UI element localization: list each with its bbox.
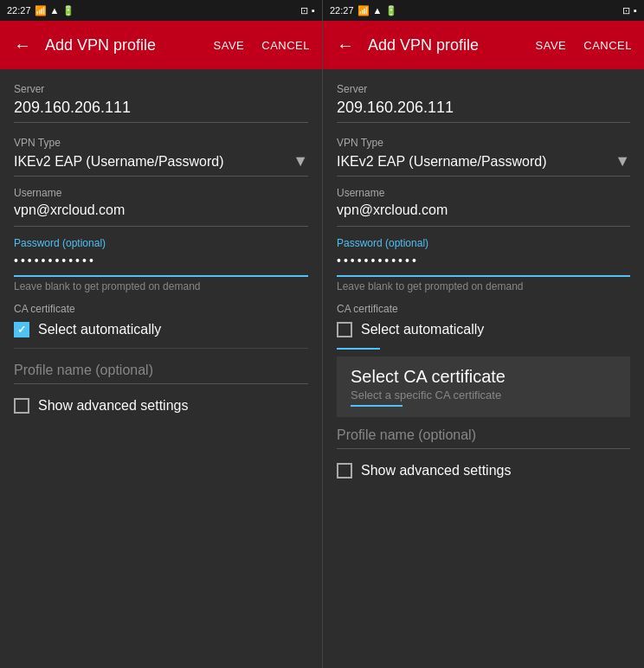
top-bar-right: ← Add VPN profile SAVE CANCEL [323, 21, 644, 69]
ca-cert-field-right: CA certificate Select automatically Sele… [337, 303, 630, 417]
page-title-left: Add VPN profile [45, 36, 202, 55]
password-dots-left: •••••••••••• [14, 254, 96, 267]
save-button-right[interactable]: SAVE [531, 34, 572, 57]
vpn-type-label-right: VPN Type [337, 137, 630, 149]
password-hint-left: Leave blank to get prompted on demand [14, 280, 308, 292]
ca-auto-label-left: Select automatically [38, 322, 161, 337]
wifi-icon-right: ▲ [373, 5, 383, 16]
password-field-left: Password (optional) •••••••••••• Leave b… [14, 237, 308, 292]
server-value-left[interactable]: 209.160.206.111 [14, 99, 308, 123]
ca-auto-row-left[interactable]: Select automatically [14, 322, 308, 337]
ca-auto-label-right: Select automatically [361, 322, 484, 337]
ca-select-title: Select CA certificate [351, 367, 616, 387]
status-bar-left: 22:27 📶 ▲ 🔋 ⊡ ▪ [0, 0, 322, 21]
ca-auto-checkbox-right[interactable] [337, 322, 352, 337]
status-right-right: ⊡ ▪ [622, 5, 637, 16]
advanced-row-right[interactable]: Show advanced settings [337, 463, 630, 479]
battery2-icon-left: ▪ [312, 5, 315, 16]
notif-icon-left: ⊡ [300, 5, 308, 16]
top-bar-left: ← Add VPN profile SAVE CANCEL [0, 21, 322, 69]
ca-auto-checkbox-left[interactable] [14, 322, 29, 337]
form-right: Server 209.160.206.111 VPN Type IKEv2 EA… [323, 69, 644, 668]
cancel-button-right[interactable]: CANCEL [578, 34, 637, 57]
password-label-right: Password (optional) [337, 237, 630, 249]
status-right-left: ⊡ ▪ [300, 5, 315, 16]
advanced-label-left: Show advanced settings [38, 398, 188, 414]
signal-icon-left: 📶 [35, 5, 47, 16]
panel-left: 22:27 📶 ▲ 🔋 ⊡ ▪ ← Add VPN profile SAVE C… [0, 0, 322, 668]
advanced-row-left[interactable]: Show advanced settings [14, 398, 308, 414]
ca-select-sub: Select a specific CA certificate [351, 389, 616, 401]
vpn-type-field-right: VPN Type IKEv2 EAP (Username/Password) ▼ [337, 137, 630, 177]
server-field-left: Server 209.160.206.111 [14, 83, 308, 123]
panel-right: 22:27 📶 ▲ 🔋 ⊡ ▪ ← Add VPN profile SAVE C… [322, 0, 644, 668]
vpn-type-select-right[interactable]: IKEv2 EAP (Username/Password) ▼ [337, 152, 630, 177]
vpn-type-label-left: VPN Type [14, 137, 308, 149]
password-label-left: Password (optional) [14, 237, 308, 249]
divider-left [14, 348, 308, 349]
server-label-right: Server [337, 83, 630, 95]
status-time-left: 22:27 📶 ▲ 🔋 [7, 5, 74, 16]
ca-auto-row-right[interactable]: Select automatically [337, 322, 630, 337]
time-right: 22:27 [330, 5, 354, 16]
password-dots-right: •••••••••••• [337, 254, 419, 267]
server-field-right: Server 209.160.206.111 [337, 83, 630, 123]
profile-input-left[interactable]: Profile name (optional) [14, 363, 308, 384]
dropdown-icon-left: ▼ [293, 152, 308, 170]
ca-underline-right [337, 348, 380, 350]
back-button-right[interactable]: ← [330, 32, 361, 59]
dropdown-icon-right: ▼ [615, 152, 630, 170]
vpn-type-field-left: VPN Type IKEv2 EAP (Username/Password) ▼ [14, 137, 308, 177]
server-label-left: Server [14, 83, 308, 95]
status-bar-right: 22:27 📶 ▲ 🔋 ⊡ ▪ [323, 0, 644, 21]
password-input-left[interactable]: •••••••••••• [14, 253, 308, 277]
password-hint-right: Leave blank to get prompted on demand [337, 280, 630, 292]
ca-select-popup[interactable]: Select CA certificate Select a specific … [337, 356, 630, 417]
password-field-right: Password (optional) •••••••••••• Leave b… [337, 237, 630, 292]
username-field-right: Username vpn@xrcloud.com [337, 187, 630, 227]
cancel-button-left[interactable]: CANCEL [256, 34, 315, 57]
wifi-icon-left: ▲ [50, 5, 60, 16]
signal-icon-right: 📶 [357, 5, 370, 16]
status-time-right: 22:27 📶 ▲ 🔋 [330, 5, 397, 16]
username-input-left[interactable]: vpn@xrcloud.com [14, 202, 308, 227]
advanced-checkbox-right[interactable] [337, 463, 352, 479]
vpn-type-select-left[interactable]: IKEv2 EAP (Username/Password) ▼ [14, 152, 308, 177]
profile-input-right[interactable]: Profile name (optional) [337, 427, 630, 449]
username-label-right: Username [337, 187, 630, 199]
notif-icon-right: ⊡ [622, 5, 630, 16]
time-left: 22:27 [7, 5, 31, 16]
back-button-left[interactable]: ← [7, 32, 38, 59]
vpn-type-value-right: IKEv2 EAP (Username/Password) [337, 154, 546, 170]
battery2-icon-right: ▪ [634, 5, 637, 16]
advanced-label-right: Show advanced settings [361, 463, 511, 479]
advanced-checkbox-left[interactable] [14, 398, 29, 414]
battery-icon-right: 🔋 [385, 5, 397, 16]
username-input-right[interactable]: vpn@xrcloud.com [337, 202, 630, 227]
save-button-left[interactable]: SAVE [209, 34, 250, 57]
server-value-right[interactable]: 209.160.206.111 [337, 99, 630, 123]
ca-cert-field-left: CA certificate Select automatically [14, 303, 308, 337]
username-label-left: Username [14, 187, 308, 199]
form-left: Server 209.160.206.111 VPN Type IKEv2 EA… [0, 69, 322, 668]
username-field-left: Username vpn@xrcloud.com [14, 187, 308, 227]
vpn-type-value-left: IKEv2 EAP (Username/Password) [14, 154, 223, 170]
ca-label-right: CA certificate [337, 303, 630, 315]
ca-label-left: CA certificate [14, 303, 308, 315]
ca-select-underline [351, 405, 402, 407]
page-title-right: Add VPN profile [368, 36, 524, 55]
battery-icon-left: 🔋 [62, 5, 74, 16]
password-input-right[interactable]: •••••••••••• [337, 253, 630, 277]
